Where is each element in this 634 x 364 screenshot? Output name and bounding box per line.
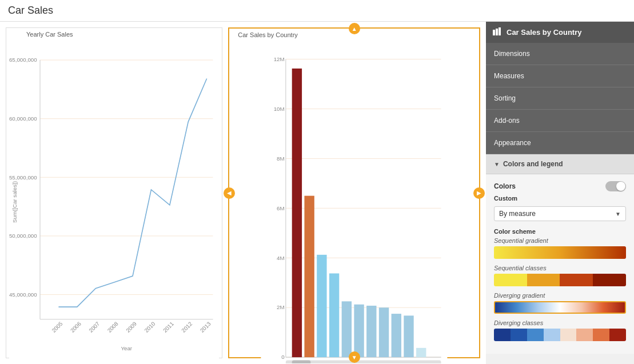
diverging-gradient-label: Diverging gradient [494,292,626,299]
sidebar-item-measures[interactable]: Measures [486,65,634,87]
svg-rect-40 [292,361,311,363]
svg-rect-0 [9,42,219,363]
colors-row: Colors [494,181,626,191]
panel-header-colors[interactable]: ▼ Colors and legend [486,154,634,174]
svg-text:6M: 6M [277,205,285,211]
app-container: Car Sales Yearly Car Sales Sum([Car sale… [0,0,634,364]
bar-10 [404,315,414,357]
bar-11 [416,348,426,357]
sequential-gradient-bar[interactable] [494,246,626,259]
svg-text:60,000,000: 60,000,000 [9,115,37,122]
colors-label: Colors [494,182,516,190]
sidebar-panel: ▼ Colors and legend Colors Custom [486,154,634,364]
toggle-knob [616,182,625,191]
x-axis-label: Year [121,345,132,351]
nav-arrow-right[interactable]: ▶ [473,187,485,199]
main-area: Yearly Car Sales Sum([Car sales]) 65,000… [0,22,634,364]
bar-3 [317,255,326,357]
y-axis-label: Sum([Car sales]) [11,181,18,223]
svg-text:2M: 2M [277,304,285,310]
nav-arrow-left[interactable]: ◀ [224,187,235,199]
sequential-classes-bar[interactable] [494,274,626,286]
sidebar-item-appearance[interactable]: Appearance [486,132,634,154]
nav-arrow-bottom[interactable]: ▼ [349,351,360,363]
yearly-chart-svg: Sum([Car sales]) 65,000,000 60,000,000 5… [9,40,219,364]
sidebar: Car Sales by Country Dimensions Measures… [486,22,634,364]
svg-rect-42 [496,29,498,35]
bar-6 [354,305,364,357]
svg-text:12M: 12M [274,56,285,62]
colors-toggle[interactable] [605,181,626,191]
svg-text:8M: 8M [277,155,285,162]
svg-text:55,000,000: 55,000,000 [9,174,37,181]
top-bar: Car Sales [0,0,634,22]
sidebar-item-dimensions[interactable]: Dimensions [486,43,634,65]
bar-chart-icon [493,27,502,37]
sidebar-title: Car Sales by Country [507,28,582,37]
svg-rect-43 [499,27,501,35]
svg-rect-41 [493,30,495,35]
bar-1 [292,69,302,357]
svg-text:50,000,000: 50,000,000 [9,233,37,239]
svg-text:4M: 4M [277,255,285,261]
diverging-classes-label: Diverging classes [494,319,626,326]
diverging-classes-bar[interactable] [494,329,626,341]
dropdown-arrow-icon: ▼ [615,211,621,217]
panel-collapse-arrow: ▼ [494,161,500,167]
country-chart-wrapper: ▲ ▼ ◀ ▶ Car Sales by Country 12M 10M 8M [228,27,480,358]
country-chart: ▲ ▼ ◀ ▶ Car Sales by Country 12M 10M 8M [228,27,480,358]
bar-8 [379,307,389,357]
color-scheme-label: Color scheme [494,228,626,235]
diverging-gradient-bar[interactable] [494,301,626,314]
svg-text:45,000,000: 45,000,000 [9,291,37,298]
dropdown-value: By measure [499,210,536,218]
svg-text:0: 0 [282,354,285,360]
bar-9 [392,314,401,357]
sequential-gradient-label: Sequential gradient [494,237,626,244]
sequential-classes-label: Sequential classes [494,265,626,271]
country-chart-svg: 12M 10M 8M 6M 4M 2M 0 [232,41,476,363]
custom-label: Custom [494,195,626,202]
sidebar-header: Car Sales by Country [486,22,634,43]
svg-text:65,000,000: 65,000,000 [9,57,37,63]
panel-header-label: Colors and legend [503,160,563,168]
bar-5 [342,301,352,357]
svg-text:10M: 10M [274,106,285,112]
yearly-chart-title: Yearly Car Sales [9,31,219,38]
panel-content: Colors Custom By measure ▼ Color scheme [486,174,634,354]
bar-2 [305,196,314,358]
sidebar-item-sorting[interactable]: Sorting [486,87,634,110]
yearly-chart: Yearly Car Sales Sum([Car sales]) 65,000… [6,27,222,358]
app-title: Car Sales [8,5,53,16]
sidebar-item-addons[interactable]: Add-ons [486,110,634,132]
bar-4 [329,273,339,357]
by-measure-dropdown[interactable]: By measure ▼ [494,206,626,221]
bar-7 [366,306,376,357]
nav-arrow-top[interactable]: ▲ [349,23,360,34]
charts-area: Yearly Car Sales Sum([Car sales]) 65,000… [0,22,486,364]
